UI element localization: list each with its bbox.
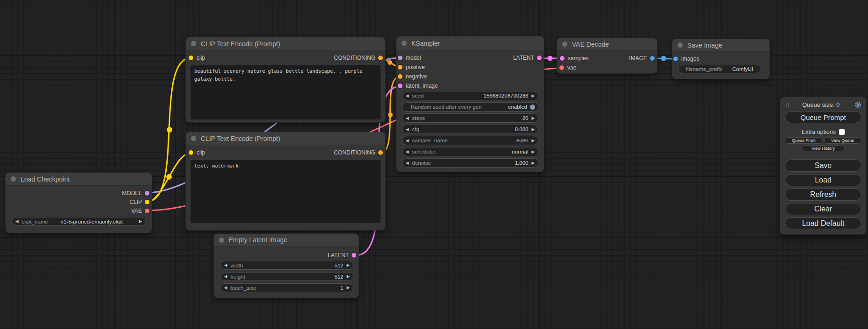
batch-size-widget[interactable]: ◀ batch_size 1 ▶ bbox=[220, 283, 353, 292]
output-latent: LATENT bbox=[214, 251, 359, 260]
increment-arrow-icon[interactable]: ▶ bbox=[343, 274, 353, 279]
increment-arrow-icon[interactable]: ▶ bbox=[528, 127, 538, 132]
collapse-dot-icon[interactable] bbox=[219, 238, 224, 243]
collapse-dot-icon[interactable] bbox=[11, 176, 16, 182]
node-title: CLIP Text Encode (Prompt) bbox=[201, 40, 280, 48]
decrement-arrow-icon[interactable]: ◀ bbox=[402, 139, 412, 143]
input-positive: positive bbox=[396, 63, 544, 72]
port-label: images bbox=[681, 56, 699, 62]
decrement-arrow-icon[interactable]: ◀ bbox=[221, 286, 231, 290]
increment-arrow-icon[interactable]: ▶ bbox=[528, 139, 538, 143]
node-ksampler[interactable]: KSampler LATENT model positive negative … bbox=[396, 36, 544, 172]
port-label: samples bbox=[568, 55, 589, 62]
comfyui-graph-canvas[interactable]: { "icons": { "arrow_left": "◀", "arrow_r… bbox=[0, 0, 868, 329]
increment-arrow-icon[interactable]: ▶ bbox=[528, 161, 538, 165]
vae-port-dot[interactable] bbox=[145, 209, 149, 213]
extra-options-checkbox[interactable] bbox=[839, 129, 845, 135]
decrement-arrow-icon[interactable]: ◀ bbox=[402, 161, 412, 165]
random-seed-toggle-widget[interactable]: Random seed after every gen enabled bbox=[402, 102, 538, 112]
negative-prompt-textarea[interactable]: text, watermark bbox=[191, 160, 381, 223]
node-save-image[interactable]: Save Image images filename_prefix ComfyU… bbox=[672, 39, 769, 79]
scheduler-widget[interactable]: ◀ scheduler normal ▶ bbox=[402, 147, 538, 156]
node-clip-text-encode-positive[interactable]: CLIP Text Encode (Prompt) clip CONDITION… bbox=[186, 37, 385, 122]
settings-gear-icon[interactable] bbox=[854, 101, 861, 108]
latent-port-dot[interactable] bbox=[352, 253, 356, 258]
decrement-arrow-icon[interactable]: ◀ bbox=[221, 274, 231, 279]
increment-arrow-icon[interactable]: ▶ bbox=[528, 150, 538, 154]
decrement-arrow-icon[interactable]: ◀ bbox=[402, 127, 412, 132]
positive-port-dot[interactable] bbox=[398, 65, 402, 70]
clip-port-dot[interactable] bbox=[189, 56, 193, 60]
node-title-bar[interactable]: KSampler bbox=[396, 36, 544, 50]
view-queue-button[interactable]: View Queue bbox=[824, 137, 862, 144]
model-port-dot[interactable] bbox=[398, 56, 402, 60]
node-title-bar[interactable]: Save Image bbox=[672, 39, 769, 51]
clip-port-dot[interactable] bbox=[189, 150, 193, 155]
node-title-bar[interactable]: Load Checkpoint bbox=[6, 173, 152, 186]
conditioning-port-dot[interactable] bbox=[378, 56, 383, 60]
increment-arrow-icon[interactable]: ▶ bbox=[343, 263, 353, 267]
queue-prompt-button[interactable]: Queue Prompt bbox=[785, 111, 861, 123]
seed-widget[interactable]: ◀ seed 156680208700286 ▶ bbox=[402, 91, 538, 100]
load-default-button[interactable]: Load Default bbox=[785, 217, 861, 229]
samples-port-dot[interactable] bbox=[560, 56, 565, 61]
width-widget[interactable]: ◀ width 512 ▶ bbox=[220, 261, 353, 270]
images-port-dot[interactable] bbox=[673, 56, 678, 61]
node-load-checkpoint[interactable]: Load Checkpoint MODEL CLIP VAE ◀ ckpt_na… bbox=[6, 173, 152, 233]
node-title-bar[interactable]: CLIP Text Encode (Prompt) bbox=[186, 37, 385, 50]
port-label: VAE bbox=[131, 208, 142, 214]
height-widget[interactable]: ◀ height 512 ▶ bbox=[220, 272, 353, 281]
clear-button[interactable]: Clear bbox=[785, 203, 861, 215]
node-vae-decode[interactable]: VAE Decode IMAGE samples vae bbox=[557, 38, 657, 73]
vae-port-dot[interactable] bbox=[559, 65, 564, 70]
node-title-bar[interactable]: CLIP Text Encode (Prompt) bbox=[186, 132, 385, 145]
collapse-dot-icon[interactable] bbox=[402, 41, 407, 46]
widget-value: normal bbox=[512, 149, 528, 154]
filename-prefix-widget[interactable]: filename_prefix ComfyUI bbox=[678, 65, 761, 73]
node-title: Load Checkpoint bbox=[21, 175, 70, 183]
collapse-dot-icon[interactable] bbox=[562, 42, 567, 47]
load-button[interactable]: Load bbox=[785, 174, 861, 186]
ckpt-name-widget[interactable]: ◀ ckpt_name v1-5-pruned-emaonly.ckpt ▶ bbox=[12, 217, 146, 226]
decrement-arrow-icon[interactable]: ◀ bbox=[12, 219, 22, 224]
view-history-button[interactable]: View History bbox=[802, 145, 845, 151]
positive-prompt-textarea[interactable]: beautiful scenery nature glass bottle la… bbox=[191, 65, 381, 119]
node-clip-text-encode-negative[interactable]: CLIP Text Encode (Prompt) clip CONDITION… bbox=[186, 132, 385, 230]
denoise-widget[interactable]: ◀ denoise 1.000 ▶ bbox=[402, 158, 538, 168]
node-empty-latent-image[interactable]: Empty Latent Image LATENT ◀ width 512 ▶ … bbox=[214, 234, 359, 298]
increment-arrow-icon[interactable]: ▶ bbox=[528, 116, 538, 120]
widget-label: cfg bbox=[412, 126, 419, 132]
decrement-arrow-icon[interactable]: ◀ bbox=[402, 94, 412, 98]
port-label: positive bbox=[406, 64, 425, 70]
model-port-dot[interactable] bbox=[145, 191, 149, 196]
node-title-bar[interactable]: VAE Decode bbox=[557, 38, 657, 50]
steps-widget[interactable]: ◀ steps 20 ▶ bbox=[402, 113, 538, 123]
latent-port-dot[interactable] bbox=[537, 56, 542, 60]
latent-image-port-dot[interactable] bbox=[398, 84, 402, 88]
collapse-dot-icon[interactable] bbox=[191, 41, 196, 46]
output-clip: CLIP bbox=[6, 197, 152, 206]
decrement-arrow-icon[interactable]: ◀ bbox=[221, 263, 231, 267]
collapse-dot-icon[interactable] bbox=[677, 42, 683, 48]
toggle-dot-icon[interactable] bbox=[530, 105, 535, 110]
node-title: CLIP Text Encode (Prompt) bbox=[201, 135, 280, 142]
cfg-widget[interactable]: ◀ cfg 8.000 ▶ bbox=[402, 125, 538, 134]
input-vae: vae bbox=[557, 63, 657, 72]
queue-panel: Queue size: 0 Queue Prompt Extra options… bbox=[780, 97, 866, 234]
increment-arrow-icon[interactable]: ▶ bbox=[343, 286, 353, 290]
sampler-name-widget[interactable]: ◀ sampler_name euler ▶ bbox=[402, 136, 538, 145]
queue-front-button[interactable]: Queue Front bbox=[785, 137, 823, 144]
save-button[interactable]: Save bbox=[785, 159, 861, 172]
negative-port-dot[interactable] bbox=[398, 74, 402, 79]
collapse-dot-icon[interactable] bbox=[191, 136, 196, 141]
decrement-arrow-icon[interactable]: ◀ bbox=[402, 150, 412, 154]
decrement-arrow-icon[interactable]: ◀ bbox=[402, 116, 412, 120]
clip-port-dot[interactable] bbox=[145, 200, 149, 204]
increment-arrow-icon[interactable]: ▶ bbox=[135, 219, 145, 224]
input-latent-image: latent_image bbox=[396, 81, 544, 91]
increment-arrow-icon[interactable]: ▶ bbox=[528, 94, 538, 98]
image-port-dot[interactable] bbox=[650, 56, 655, 61]
refresh-button[interactable]: Refresh bbox=[785, 189, 861, 201]
node-title-bar[interactable]: Empty Latent Image bbox=[214, 234, 359, 246]
conditioning-port-dot[interactable] bbox=[378, 150, 383, 155]
